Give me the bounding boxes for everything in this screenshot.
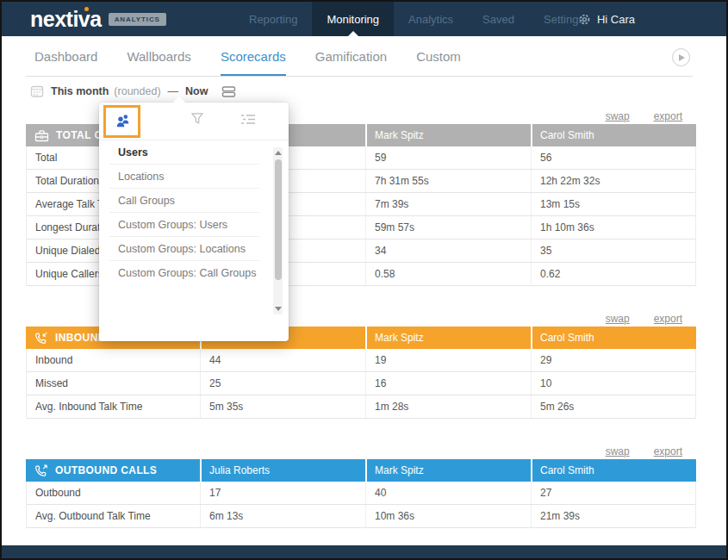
subtabs: Dashboard Wallboards Scorecards Gamifica…	[34, 36, 461, 77]
app-window: nextiva ANALYTICS Reporting Monitoring A…	[0, 0, 728, 560]
column-header: Mark Spitz	[365, 124, 531, 146]
table-cell: 0.58	[365, 263, 531, 285]
tab-scorecards[interactable]: Scorecards	[221, 36, 286, 77]
popup-scrollbar[interactable]	[273, 147, 283, 314]
table-cell: 5m 26s	[531, 395, 696, 418]
table-cell: 29	[531, 349, 696, 371]
play-icon	[679, 54, 685, 61]
filter-dash: —	[168, 85, 179, 97]
bottom-bar	[2, 545, 726, 558]
secondary-nav: Dashboard Wallboards Scorecards Gamifica…	[2, 36, 726, 77]
outbound-calls-table: swap export OUTBOUND CALLS Julia Roberts…	[26, 440, 696, 528]
funnel-icon[interactable]	[190, 112, 204, 125]
swap-link[interactable]: swap	[606, 110, 630, 122]
table-cell: 1h 10m 36s	[531, 216, 696, 239]
popup-item-users[interactable]: Users	[109, 140, 259, 165]
table-cell: 56	[531, 146, 696, 169]
main-nav: Reporting Monitoring Analytics Saved Set…	[234, 2, 599, 36]
brand[interactable]: nextiva ANALYTICS	[30, 2, 166, 36]
table-cell: 10	[531, 372, 696, 395]
scroll-up-icon[interactable]	[275, 151, 282, 155]
tab-wallboards[interactable]: Wallboards	[127, 36, 190, 77]
group-filter-icon[interactable]	[221, 85, 236, 98]
column-header: Carol Smith	[531, 459, 696, 482]
table-cell: 5m 35s	[200, 395, 365, 418]
row-label: Outbound	[27, 482, 200, 504]
outbound-call-icon	[34, 464, 48, 477]
tab-dashboard[interactable]: Dashboard	[34, 36, 97, 77]
row-label: Avg. Outbound Talk Time	[27, 505, 200, 527]
export-link[interactable]: export	[654, 445, 682, 457]
table-cell: 59	[365, 146, 531, 169]
table-cell: 0.62	[531, 263, 696, 285]
top-navbar: nextiva ANALYTICS Reporting Monitoring A…	[2, 2, 726, 36]
popup-item-call-groups[interactable]: Call Groups	[109, 189, 259, 213]
table-links: swap export	[26, 440, 696, 457]
table-cell: 6m 13s	[200, 505, 365, 527]
column-header: Carol Smith	[531, 327, 696, 349]
popup-tabs	[99, 103, 289, 140]
table-cell: 21m 39s	[531, 505, 696, 527]
filter-period-note: (rounded)	[114, 85, 160, 97]
logo-dot	[84, 7, 89, 11]
table-cell: 7m 39s	[365, 193, 531, 215]
toolbox-icon	[34, 129, 49, 142]
column-header: Julia Roberts	[200, 459, 365, 482]
date-filter-bar[interactable]: This month (rounded) — Now	[30, 84, 236, 98]
table-cell: 34	[365, 240, 531, 262]
table-cell: 13m 15s	[531, 193, 696, 215]
tab-gamification[interactable]: Gamification	[315, 36, 387, 77]
subnav-divider	[26, 76, 693, 77]
table-cell: 7h 31m 55s	[365, 170, 531, 192]
nav-monitoring[interactable]: Monitoring	[312, 2, 394, 36]
popup-item-locations[interactable]: Locations	[109, 165, 259, 189]
nextiva-logo[interactable]: nextiva	[30, 7, 102, 32]
table-row: Avg. Outbound Talk Time6m 13s10m 36s21m …	[27, 505, 695, 528]
inbound-call-icon	[34, 332, 48, 345]
table-cell: 44	[200, 349, 365, 371]
export-link[interactable]: export	[654, 110, 682, 122]
popup-item-custom-groups-locations[interactable]: Custom Groups: Locations	[109, 237, 259, 261]
swap-link[interactable]: swap	[606, 313, 630, 325]
analytics-badge: ANALYTICS	[109, 13, 166, 26]
popup-item-custom-groups-call-groups[interactable]: Custom Groups: Call Groups	[109, 261, 259, 285]
nav-saved[interactable]: Saved	[468, 2, 529, 36]
table-cell: 27	[531, 482, 696, 504]
swap-link[interactable]: swap	[606, 445, 630, 457]
filter-end[interactable]: Now	[185, 85, 208, 97]
table-title-cell: OUTBOUND CALLS	[26, 459, 200, 482]
table-cell: 35	[531, 240, 696, 262]
grouping-popup: UsersLocationsCall GroupsCustom Groups: …	[99, 103, 289, 341]
nav-analytics[interactable]: Analytics	[394, 2, 468, 36]
table-cell: 12h 22m 32s	[531, 170, 696, 192]
table-header: OUTBOUND CALLS Julia RobertsMark SpitzCa…	[26, 459, 696, 482]
table-cell: 10m 36s	[365, 505, 531, 527]
row-label: Avg. Inbound Talk Time	[27, 395, 200, 418]
table-cell: 1m 28s	[365, 395, 531, 418]
table-cell: 25	[200, 372, 365, 395]
tab-custom[interactable]: Custom	[416, 36, 461, 77]
scroll-down-icon[interactable]	[275, 307, 282, 311]
table-cell: 59m 57s	[365, 216, 531, 239]
table-title: OUTBOUND CALLS	[55, 464, 157, 476]
nav-reporting[interactable]: Reporting	[234, 2, 312, 36]
group-list-icon[interactable]	[240, 114, 257, 125]
filter-period[interactable]: This month	[51, 85, 109, 97]
row-label: Missed	[27, 372, 200, 395]
users-icon[interactable]	[114, 113, 134, 128]
table-row: Inbound441929	[27, 349, 695, 372]
play-button[interactable]	[672, 48, 690, 66]
user-area[interactable]: Hi Cara	[578, 2, 635, 36]
table-body: Outbound174027Avg. Outbound Talk Time6m …	[26, 482, 696, 528]
user-greeting[interactable]: Hi Cara	[597, 13, 635, 26]
calendar-icon[interactable]	[30, 84, 44, 98]
table-row: Avg. Inbound Talk Time5m 35s1m 28s5m 26s	[27, 395, 695, 419]
popup-item-custom-groups-users[interactable]: Custom Groups: Users	[109, 213, 259, 237]
table-row: Missed251610	[27, 372, 695, 395]
gear-icon[interactable]	[578, 13, 591, 26]
column-header: Mark Spitz	[365, 459, 531, 482]
table-row: Outbound174027	[27, 482, 695, 505]
scroll-thumb[interactable]	[275, 159, 282, 280]
export-link[interactable]: export	[654, 313, 682, 325]
popup-list: UsersLocationsCall GroupsCustom Groups: …	[99, 140, 289, 285]
